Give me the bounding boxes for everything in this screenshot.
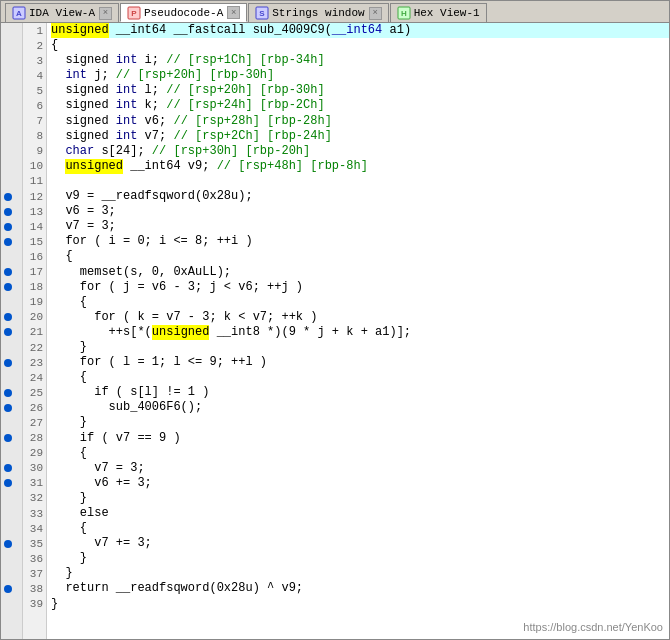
code-line-11 <box>51 174 669 189</box>
code-token: k; <box>137 98 166 113</box>
tab-icon-0: A <box>12 6 26 20</box>
line-number-29: 29 <box>23 446 46 461</box>
breakpoint-dot-35[interactable] <box>4 540 12 548</box>
breakpoint-dot-26[interactable] <box>4 404 12 412</box>
gutter-row-6 <box>1 98 22 113</box>
line-number-13: 13 <box>23 204 46 219</box>
code-token: v7 = 3; <box>51 219 116 234</box>
code-line-8: signed int v7; // [rsp+2Ch] [rbp-24h] <box>51 129 669 144</box>
gutter-row-31 <box>1 476 22 491</box>
code-token: // [rsp+20h] [rbp-30h] <box>116 68 274 83</box>
tab-label-3: Hex View-1 <box>414 7 480 19</box>
breakpoint-dot-25[interactable] <box>4 389 12 397</box>
code-token: { <box>51 521 87 536</box>
line-number-10: 10 <box>23 159 46 174</box>
gutter-row-32 <box>1 491 22 506</box>
line-number-33: 33 <box>23 506 46 521</box>
tab-pseudocode-a[interactable]: PPseudocode-A× <box>120 3 247 22</box>
line-number-39: 39 <box>23 597 46 612</box>
code-token: unsigned <box>152 325 210 340</box>
code-line-22: } <box>51 340 669 355</box>
breakpoint-dot-30[interactable] <box>4 464 12 472</box>
code-content[interactable]: unsigned __int64 __fastcall sub_4009C9(_… <box>47 23 669 639</box>
gutter-row-28 <box>1 431 22 446</box>
tab-label-1: Pseudocode-A <box>144 7 223 19</box>
code-token: } <box>51 551 87 566</box>
line-number-21: 21 <box>23 325 46 340</box>
code-line-38: return __readfsqword(0x28u) ^ v9; <box>51 581 669 596</box>
breakpoint-dot-17[interactable] <box>4 268 12 276</box>
code-token: signed <box>51 98 116 113</box>
code-token: memset(s, 0, 0xAuLL); <box>51 265 231 280</box>
code-token: else <box>51 506 109 521</box>
code-token: s[24]; <box>94 144 152 159</box>
breakpoint-dot-38[interactable] <box>4 585 12 593</box>
line-number-30: 30 <box>23 461 46 476</box>
code-token: int <box>116 98 138 113</box>
line-number-9: 9 <box>23 144 46 159</box>
line-number-4: 4 <box>23 68 46 83</box>
code-line-2: { <box>51 38 669 53</box>
code-token: signed <box>51 114 116 129</box>
line-number-2: 2 <box>23 38 46 53</box>
gutter-row-3 <box>1 53 22 68</box>
code-token: int <box>65 68 87 83</box>
breakpoint-dot-28[interactable] <box>4 434 12 442</box>
line-number-25: 25 <box>23 385 46 400</box>
line-number-32: 32 <box>23 491 46 506</box>
code-token: __int64 <box>332 23 382 38</box>
tab-strings-window[interactable]: SStrings window× <box>248 3 388 22</box>
code-line-21: ++s[*(unsigned __int8 *)(9 * j + k + a1)… <box>51 325 669 340</box>
gutter-row-13 <box>1 204 22 219</box>
code-token: // [rsp+48h] [rbp-8h] <box>217 159 368 174</box>
gutter-row-1 <box>1 23 22 38</box>
gutter-row-15 <box>1 234 22 249</box>
breakpoint-dot-13[interactable] <box>4 208 12 216</box>
gutter-row-14 <box>1 219 22 234</box>
gutter <box>1 23 23 639</box>
gutter-row-17 <box>1 265 22 280</box>
tab-close-0[interactable]: × <box>99 7 112 20</box>
code-line-24: { <box>51 370 669 385</box>
gutter-row-11 <box>1 174 22 189</box>
breakpoint-dot-31[interactable] <box>4 479 12 487</box>
tab-ida-view-a[interactable]: AIDA View-A× <box>5 3 119 22</box>
code-line-10: unsigned __int64 v9; // [rsp+48h] [rbp-8… <box>51 159 669 174</box>
breakpoint-dot-21[interactable] <box>4 328 12 336</box>
code-token: v7 += 3; <box>51 536 152 551</box>
tab-close-2[interactable]: × <box>369 7 382 20</box>
gutter-row-33 <box>1 506 22 521</box>
main-window: AIDA View-A×PPseudocode-A×SStrings windo… <box>0 0 670 640</box>
code-token: v6 = 3; <box>51 204 116 219</box>
breakpoint-dot-15[interactable] <box>4 238 12 246</box>
code-token: int <box>116 114 138 129</box>
tab-hex-view-1[interactable]: HHex View-1 <box>390 3 487 22</box>
code-token <box>51 68 65 83</box>
gutter-row-39 <box>1 597 22 612</box>
gutter-row-29 <box>1 446 22 461</box>
line-number-8: 8 <box>23 129 46 144</box>
code-token: } <box>51 491 87 506</box>
code-token: int <box>116 129 138 144</box>
code-line-3: signed int i; // [rsp+1Ch] [rbp-34h] <box>51 53 669 68</box>
code-token: // [rsp+2Ch] [rbp-24h] <box>173 129 331 144</box>
code-line-17: memset(s, 0, 0xAuLL); <box>51 265 669 280</box>
breakpoint-dot-20[interactable] <box>4 313 12 321</box>
breakpoint-dot-23[interactable] <box>4 359 12 367</box>
breakpoint-dot-14[interactable] <box>4 223 12 231</box>
gutter-row-30 <box>1 461 22 476</box>
gutter-row-19 <box>1 295 22 310</box>
code-line-23: for ( l = 1; l <= 9; ++l ) <box>51 355 669 370</box>
gutter-row-5 <box>1 83 22 98</box>
breakpoint-dot-12[interactable] <box>4 193 12 201</box>
code-token: } <box>51 566 73 581</box>
tab-label-2: Strings window <box>272 7 364 19</box>
code-line-20: for ( k = v7 - 3; k < v7; ++k ) <box>51 310 669 325</box>
breakpoint-dot-18[interactable] <box>4 283 12 291</box>
tab-close-1[interactable]: × <box>227 6 240 19</box>
line-number-3: 3 <box>23 53 46 68</box>
svg-text:A: A <box>16 9 22 18</box>
line-number-31: 31 <box>23 476 46 491</box>
code-token: if ( s[l] != 1 ) <box>51 385 209 400</box>
code-line-35: v7 += 3; <box>51 536 669 551</box>
